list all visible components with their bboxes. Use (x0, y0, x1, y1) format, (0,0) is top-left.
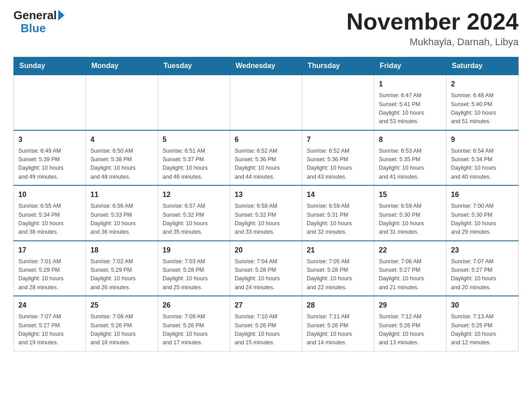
day-header-tuesday: Tuesday (158, 57, 230, 75)
day-info: Sunrise: 7:00 AM Sunset: 5:30 PM Dayligh… (451, 202, 514, 237)
calendar-cell: 13Sunrise: 6:58 AM Sunset: 5:32 PM Dayli… (230, 185, 302, 241)
day-number: 6 (235, 134, 297, 145)
calendar-cell: 20Sunrise: 7:04 AM Sunset: 5:28 PM Dayli… (230, 241, 302, 296)
week-row-1: 1Sunrise: 6:47 AM Sunset: 5:41 PM Daylig… (14, 75, 519, 130)
day-info: Sunrise: 6:53 AM Sunset: 5:35 PM Dayligh… (379, 147, 442, 182)
day-info: Sunrise: 7:13 AM Sunset: 5:25 PM Dayligh… (451, 313, 514, 347)
day-info: Sunrise: 6:58 AM Sunset: 5:32 PM Dayligh… (235, 202, 297, 237)
calendar-body: 1Sunrise: 6:47 AM Sunset: 5:41 PM Daylig… (14, 75, 519, 351)
calendar-cell: 16Sunrise: 7:00 AM Sunset: 5:30 PM Dayli… (446, 185, 519, 241)
day-number: 15 (379, 189, 442, 200)
calendar-cell (86, 75, 158, 130)
day-number: 14 (307, 189, 369, 200)
day-number: 22 (379, 245, 442, 256)
day-info: Sunrise: 6:49 AM Sunset: 5:39 PM Dayligh… (18, 147, 81, 182)
logo-arrow-icon (58, 10, 64, 21)
day-number: 20 (235, 245, 297, 256)
day-number: 12 (163, 189, 225, 200)
calendar-cell (158, 75, 230, 130)
day-info: Sunrise: 7:04 AM Sunset: 5:28 PM Dayligh… (235, 257, 297, 292)
day-info: Sunrise: 6:59 AM Sunset: 5:30 PM Dayligh… (379, 202, 442, 237)
location-title: Mukhayla, Darnah, Libya (347, 36, 519, 48)
week-row-2: 3Sunrise: 6:49 AM Sunset: 5:39 PM Daylig… (14, 130, 519, 186)
calendar-cell: 27Sunrise: 7:10 AM Sunset: 5:26 PM Dayli… (230, 296, 302, 351)
day-number: 27 (235, 300, 297, 311)
day-info: Sunrise: 7:02 AM Sunset: 5:29 PM Dayligh… (90, 257, 153, 292)
day-info: Sunrise: 7:03 AM Sunset: 5:28 PM Dayligh… (163, 257, 225, 292)
days-of-week-row: SundayMondayTuesdayWednesdayThursdayFrid… (14, 57, 519, 75)
calendar-cell: 25Sunrise: 7:08 AM Sunset: 5:26 PM Dayli… (86, 296, 158, 351)
day-info: Sunrise: 6:57 AM Sunset: 5:32 PM Dayligh… (163, 202, 225, 237)
day-info: Sunrise: 6:48 AM Sunset: 5:40 PM Dayligh… (451, 91, 514, 126)
calendar-cell: 6Sunrise: 6:52 AM Sunset: 5:36 PM Daylig… (230, 130, 302, 186)
week-row-3: 10Sunrise: 6:55 AM Sunset: 5:34 PM Dayli… (14, 185, 519, 241)
day-number: 9 (451, 134, 514, 145)
day-number: 24 (18, 300, 81, 311)
calendar-cell: 8Sunrise: 6:53 AM Sunset: 5:35 PM Daylig… (374, 130, 446, 186)
day-number: 10 (18, 189, 81, 200)
day-number: 19 (163, 245, 225, 256)
day-info: Sunrise: 6:50 AM Sunset: 5:38 PM Dayligh… (90, 147, 153, 182)
calendar-cell: 22Sunrise: 7:06 AM Sunset: 5:27 PM Dayli… (374, 241, 446, 296)
day-number: 2 (451, 79, 514, 90)
day-number: 18 (90, 245, 153, 256)
day-info: Sunrise: 6:52 AM Sunset: 5:36 PM Dayligh… (307, 147, 369, 182)
title-area: November 2024 Mukhayla, Darnah, Libya (347, 9, 519, 48)
day-header-monday: Monday (86, 57, 158, 75)
calendar-cell: 29Sunrise: 7:12 AM Sunset: 5:26 PM Dayli… (374, 296, 446, 351)
day-number: 29 (379, 300, 442, 311)
day-info: Sunrise: 7:01 AM Sunset: 5:29 PM Dayligh… (18, 257, 81, 292)
logo-blue-text: Blue (13, 22, 64, 35)
page-header: General Blue November 2024 Mukhayla, Dar… (13, 9, 519, 48)
calendar-cell: 2Sunrise: 6:48 AM Sunset: 5:40 PM Daylig… (446, 75, 519, 130)
day-info: Sunrise: 7:05 AM Sunset: 5:28 PM Dayligh… (307, 257, 369, 292)
day-info: Sunrise: 6:59 AM Sunset: 5:31 PM Dayligh… (307, 202, 369, 237)
day-number: 30 (451, 300, 514, 311)
calendar-cell: 5Sunrise: 6:51 AM Sunset: 5:37 PM Daylig… (158, 130, 230, 186)
day-info: Sunrise: 6:54 AM Sunset: 5:34 PM Dayligh… (451, 147, 514, 182)
day-info: Sunrise: 6:52 AM Sunset: 5:36 PM Dayligh… (235, 147, 297, 182)
day-info: Sunrise: 7:08 AM Sunset: 5:26 PM Dayligh… (90, 313, 153, 347)
day-info: Sunrise: 7:07 AM Sunset: 5:27 PM Dayligh… (18, 313, 81, 347)
day-info: Sunrise: 6:56 AM Sunset: 5:33 PM Dayligh… (90, 202, 153, 237)
calendar-cell: 10Sunrise: 6:55 AM Sunset: 5:34 PM Dayli… (14, 185, 86, 241)
day-info: Sunrise: 7:10 AM Sunset: 5:26 PM Dayligh… (235, 313, 297, 347)
calendar-header: SundayMondayTuesdayWednesdayThursdayFrid… (14, 57, 519, 75)
day-number: 3 (18, 134, 81, 145)
calendar-cell: 1Sunrise: 6:47 AM Sunset: 5:41 PM Daylig… (374, 75, 446, 130)
calendar-cell: 11Sunrise: 6:56 AM Sunset: 5:33 PM Dayli… (86, 185, 158, 241)
day-number: 21 (307, 245, 369, 256)
day-number: 16 (451, 189, 514, 200)
calendar-cell: 12Sunrise: 6:57 AM Sunset: 5:32 PM Dayli… (158, 185, 230, 241)
calendar-cell: 21Sunrise: 7:05 AM Sunset: 5:28 PM Dayli… (302, 241, 374, 296)
day-number: 17 (18, 245, 81, 256)
calendar-cell: 30Sunrise: 7:13 AM Sunset: 5:25 PM Dayli… (446, 296, 519, 351)
day-number: 5 (163, 134, 225, 145)
day-info: Sunrise: 7:11 AM Sunset: 5:26 PM Dayligh… (307, 313, 369, 347)
week-row-5: 24Sunrise: 7:07 AM Sunset: 5:27 PM Dayli… (14, 296, 519, 351)
day-header-saturday: Saturday (446, 57, 519, 75)
day-info: Sunrise: 7:06 AM Sunset: 5:27 PM Dayligh… (379, 257, 442, 292)
day-number: 4 (90, 134, 153, 145)
calendar-cell: 24Sunrise: 7:07 AM Sunset: 5:27 PM Dayli… (14, 296, 86, 351)
calendar-cell: 28Sunrise: 7:11 AM Sunset: 5:26 PM Dayli… (302, 296, 374, 351)
logo: General Blue (13, 9, 64, 34)
calendar-cell: 3Sunrise: 6:49 AM Sunset: 5:39 PM Daylig… (14, 130, 86, 186)
calendar-cell: 26Sunrise: 7:09 AM Sunset: 5:26 PM Dayli… (158, 296, 230, 351)
day-number: 8 (379, 134, 442, 145)
day-number: 25 (90, 300, 153, 311)
day-number: 23 (451, 245, 514, 256)
day-number: 28 (307, 300, 369, 311)
day-number: 11 (90, 189, 153, 200)
day-info: Sunrise: 6:55 AM Sunset: 5:34 PM Dayligh… (18, 202, 81, 237)
day-number: 1 (379, 79, 442, 90)
month-title: November 2024 (347, 9, 519, 34)
calendar-cell: 14Sunrise: 6:59 AM Sunset: 5:31 PM Dayli… (302, 185, 374, 241)
day-info: Sunrise: 6:51 AM Sunset: 5:37 PM Dayligh… (163, 147, 225, 182)
calendar-cell: 7Sunrise: 6:52 AM Sunset: 5:36 PM Daylig… (302, 130, 374, 186)
day-number: 26 (163, 300, 225, 311)
calendar-cell: 4Sunrise: 6:50 AM Sunset: 5:38 PM Daylig… (86, 130, 158, 186)
calendar-cell (302, 75, 374, 130)
day-info: Sunrise: 7:07 AM Sunset: 5:27 PM Dayligh… (451, 257, 514, 292)
week-row-4: 17Sunrise: 7:01 AM Sunset: 5:29 PM Dayli… (14, 241, 519, 296)
